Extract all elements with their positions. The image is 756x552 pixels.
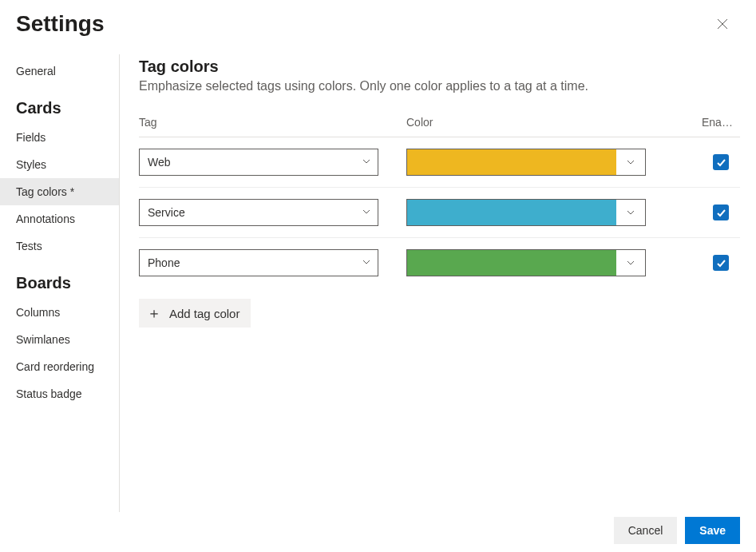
sidebar-item-label: Card reordering (16, 360, 94, 373)
table-row: Service (139, 188, 740, 238)
sidebar-item-fields[interactable]: Fields (0, 124, 119, 151)
table-header: Tag Color Ena… (139, 116, 740, 137)
sidebar-section-cards: Cards (0, 85, 119, 124)
sidebar-item-tag-colors[interactable]: Tag colors * (0, 178, 119, 205)
rows-container: WebServicePhone (139, 137, 740, 288)
column-header-enabled: Ena… (702, 116, 740, 129)
sidebar-item-annotations[interactable]: Annotations (0, 205, 119, 232)
cancel-button[interactable]: Cancel (614, 517, 678, 544)
checkmark-icon (716, 258, 726, 268)
sidebar-item-label: Tests (16, 240, 42, 252)
panel-title: Tag colors (139, 58, 740, 76)
save-button[interactable]: Save (685, 517, 740, 544)
tag-select[interactable]: Web (139, 149, 378, 176)
add-button-label: Add tag color (169, 307, 239, 320)
settings-dialog: Settings General Cards Fields Styles Tag… (0, 0, 756, 552)
sidebar-section-boards: Boards (0, 260, 119, 299)
sidebar-item-label: Styles (16, 158, 46, 171)
close-icon (717, 18, 728, 30)
tag-select[interactable]: Service (139, 199, 378, 226)
sidebar-item-label: Tag colors * (16, 185, 74, 198)
close-button[interactable] (710, 11, 735, 37)
sidebar-item-columns[interactable]: Columns (0, 299, 119, 326)
checkmark-icon (716, 208, 726, 218)
table-row: Phone (139, 238, 740, 288)
save-label: Save (699, 524, 726, 537)
dialog-footer: Cancel Save (0, 512, 756, 552)
chevron-down-icon (626, 258, 635, 268)
tag-select-value: Service (148, 206, 185, 219)
color-swatch (407, 149, 616, 175)
sidebar-item-label: Swimlanes (16, 333, 70, 346)
sidebar-item-status-badge[interactable]: Status badge (0, 380, 119, 407)
sidebar-item-label: Annotations (16, 212, 75, 225)
chevron-down-icon (362, 207, 371, 216)
column-header-color: Color (406, 116, 702, 129)
cancel-label: Cancel (628, 524, 663, 537)
enabled-checkbox[interactable] (713, 154, 729, 170)
sidebar-item-card-reordering[interactable]: Card reordering (0, 353, 119, 380)
plus-icon: ＋ (147, 306, 161, 320)
dialog-header: Settings (0, 0, 756, 37)
enabled-checkbox[interactable] (713, 255, 729, 271)
sidebar-item-general[interactable]: General (0, 58, 119, 85)
sidebar-item-label: Columns (16, 306, 60, 319)
dialog-body: General Cards Fields Styles Tag colors *… (0, 37, 756, 512)
color-select[interactable] (406, 149, 646, 176)
main-panel: Tag colors Emphasize selected tags using… (120, 54, 756, 512)
chevron-down-icon (626, 157, 635, 167)
add-tag-color-button[interactable]: ＋ Add tag color (139, 299, 251, 328)
chevron-down-icon (362, 257, 371, 267)
tag-select[interactable]: Phone (139, 249, 378, 276)
sidebar-item-label: Fields (16, 131, 46, 144)
tag-select-value: Web (148, 156, 171, 169)
table-row: Web (139, 137, 740, 188)
tag-select-value: Phone (148, 256, 180, 269)
sidebar-item-swimlanes[interactable]: Swimlanes (0, 326, 119, 353)
column-header-tag: Tag (139, 116, 406, 129)
sidebar-item-styles[interactable]: Styles (0, 151, 119, 178)
dialog-title: Settings (16, 11, 104, 37)
color-swatch (407, 200, 616, 225)
sidebar: General Cards Fields Styles Tag colors *… (0, 54, 120, 512)
sidebar-item-label: General (16, 65, 56, 77)
color-select[interactable] (406, 249, 646, 276)
enabled-checkbox[interactable] (713, 205, 729, 220)
sidebar-item-label: Status badge (16, 387, 82, 400)
color-swatch (407, 250, 616, 276)
chevron-down-icon (626, 208, 635, 217)
panel-description: Emphasize selected tags using colors. On… (139, 79, 740, 93)
sidebar-item-tests[interactable]: Tests (0, 232, 119, 260)
checkmark-icon (716, 157, 726, 168)
color-select[interactable] (406, 199, 646, 226)
chevron-down-icon (362, 157, 371, 166)
